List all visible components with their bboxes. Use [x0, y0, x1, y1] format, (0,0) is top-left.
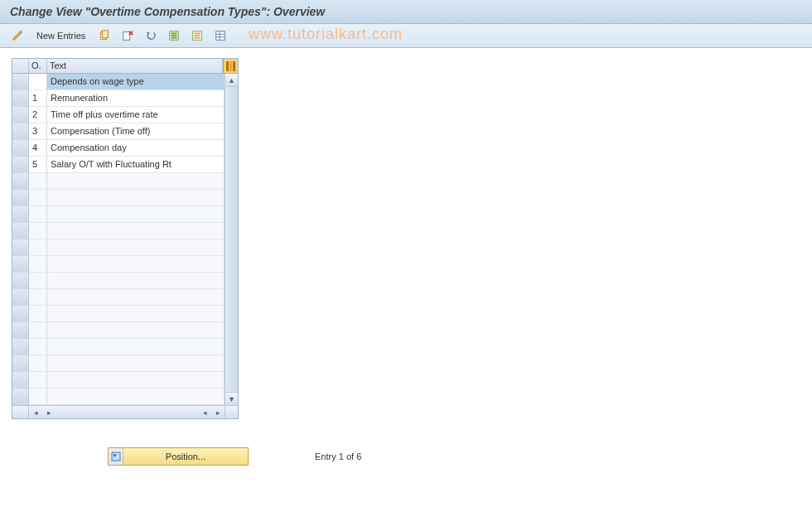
row-selector[interactable] — [12, 90, 29, 107]
cell-text[interactable]: Depends on wage type — [47, 74, 225, 90]
table-body: Depends on wage type1Remuneration2Time o… — [12, 74, 238, 405]
cell-text[interactable]: Salary O/T with Fluctuating Rt — [47, 157, 225, 173]
cell-text — [47, 322, 225, 339]
hscroll-spacer — [12, 406, 29, 418]
footer-bar: Position... Entry 1 of 6 — [0, 447, 812, 466]
table-row-empty — [12, 206, 225, 223]
cell-text — [47, 206, 225, 223]
table-row-empty — [12, 239, 225, 256]
cell-id — [29, 372, 47, 389]
hscroll-first-button[interactable]: ◂ — [29, 408, 42, 417]
row-selector — [12, 173, 29, 190]
table-row[interactable]: 2Time off plus overtime rate — [12, 107, 225, 123]
cell-id — [29, 306, 47, 322]
hscroll-left-button[interactable]: ▸ — [42, 408, 56, 417]
table-row-empty — [12, 389, 225, 405]
row-selector — [12, 322, 29, 339]
copy-button[interactable] — [95, 27, 114, 44]
row-selector[interactable] — [12, 140, 29, 157]
undo-icon — [145, 30, 157, 41]
cell-id[interactable]: 3 — [29, 123, 47, 140]
triangle-first-icon: ◂ — [34, 408, 38, 417]
new-entries-button[interactable]: New Entries — [31, 27, 90, 44]
select-all-icon — [168, 30, 180, 41]
svg-rect-3 — [123, 32, 130, 41]
table-row-empty — [12, 256, 225, 273]
table-row-empty — [12, 289, 225, 306]
row-selector[interactable] — [12, 157, 29, 173]
column-header-text[interactable]: Text — [47, 59, 223, 73]
cell-id — [29, 239, 47, 256]
table-row-empty — [12, 273, 225, 289]
cell-text — [47, 273, 225, 289]
cell-id[interactable] — [29, 74, 47, 90]
column-header-selector[interactable] — [12, 59, 29, 73]
row-selector — [12, 306, 29, 322]
row-selector — [12, 289, 29, 306]
svg-rect-16 — [226, 61, 229, 71]
cell-id — [29, 190, 47, 206]
cell-id[interactable]: 1 — [29, 90, 47, 107]
cell-id — [29, 355, 47, 372]
cell-id[interactable]: 5 — [29, 157, 47, 173]
table-row-empty — [12, 322, 225, 339]
position-button[interactable]: Position... — [108, 447, 249, 466]
table-row[interactable]: 4Compensation day — [12, 140, 225, 157]
row-selector[interactable] — [12, 107, 29, 123]
watermark-text: www.tutorialkart.com — [249, 26, 403, 43]
cell-text — [47, 389, 225, 405]
table-header: O. Text — [12, 59, 238, 74]
cell-text[interactable]: Compensation day — [47, 140, 225, 157]
cell-id — [29, 339, 47, 355]
hscroll-last-button[interactable]: ▸ — [211, 408, 225, 417]
columns-icon — [225, 60, 237, 72]
scroll-down-button[interactable]: ▼ — [225, 392, 238, 405]
undo-button[interactable] — [142, 27, 160, 44]
table-row[interactable]: 1Remuneration — [12, 90, 225, 107]
data-table: O. Text Depends on wage type1Remuneratio… — [12, 58, 239, 419]
toolbar: New Entries www.tutorialkart.com — [0, 24, 812, 48]
table-row[interactable]: 5Salary O/T with Fluctuating Rt — [12, 157, 225, 173]
cell-id — [29, 322, 47, 339]
table-row[interactable]: Depends on wage type — [12, 74, 225, 90]
entry-status-text: Entry 1 of 6 — [315, 452, 361, 461]
pencil-glasses-icon — [12, 30, 23, 41]
row-selector[interactable] — [12, 123, 29, 140]
hscroll-corner — [225, 406, 238, 418]
cell-text[interactable]: Time off plus overtime rate — [47, 107, 225, 123]
horizontal-scrollbar[interactable]: ◂ ▸ ◂ ▸ — [12, 405, 238, 418]
select-all-button[interactable] — [165, 27, 183, 44]
table-row[interactable]: 3Compensation (Time off) — [12, 123, 225, 140]
deselect-all-button[interactable] — [188, 27, 206, 44]
table-config-icon — [215, 30, 226, 41]
cell-id[interactable]: 4 — [29, 140, 47, 157]
row-selector — [12, 339, 29, 355]
cell-text[interactable]: Compensation (Time off) — [47, 123, 225, 140]
cell-text — [47, 256, 225, 273]
row-selector[interactable] — [12, 74, 29, 90]
row-selector — [12, 206, 29, 223]
scroll-up-button[interactable]: ▲ — [225, 74, 238, 87]
hscroll-right-button[interactable]: ◂ — [198, 408, 211, 417]
cell-text — [47, 190, 225, 206]
scroll-track[interactable] — [225, 87, 238, 392]
vertical-scrollbar[interactable]: ▲ ▼ — [225, 74, 238, 405]
cell-text — [47, 289, 225, 306]
table-settings-button[interactable] — [211, 27, 230, 44]
copy-icon — [99, 30, 110, 41]
cell-id — [29, 206, 47, 223]
column-header-o[interactable]: O. — [29, 59, 47, 73]
page-header: Change View "Overtime Compensation Types… — [0, 0, 812, 24]
table-row-empty — [12, 173, 225, 190]
deselect-all-icon — [191, 30, 203, 41]
cell-text[interactable]: Remuneration — [47, 90, 225, 107]
cell-text — [47, 339, 225, 355]
svg-rect-11 — [195, 37, 201, 39]
svg-rect-12 — [216, 31, 225, 41]
cell-id — [29, 273, 47, 289]
cell-id[interactable]: 2 — [29, 107, 47, 123]
toggle-edit-button[interactable] — [8, 27, 27, 44]
configure-columns-button[interactable] — [223, 59, 238, 73]
cell-text — [47, 173, 225, 190]
delete-button[interactable] — [118, 27, 137, 44]
